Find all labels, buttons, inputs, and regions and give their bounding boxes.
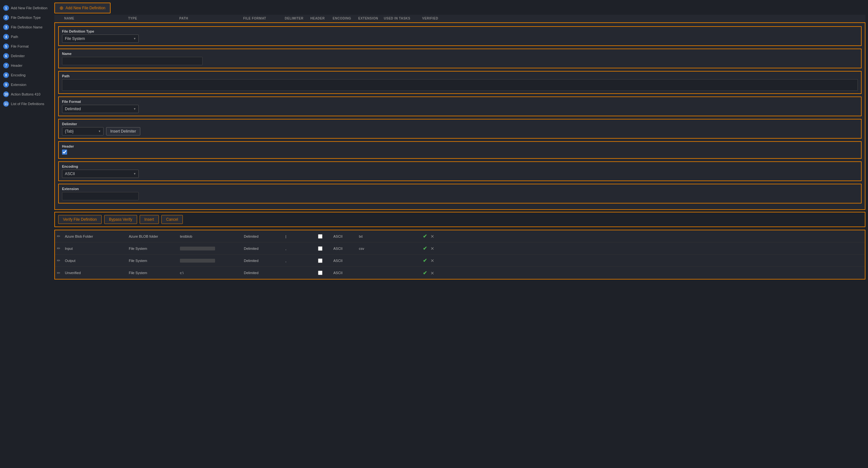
delimiter-select[interactable]: {Tab} , | ; xyxy=(62,127,103,135)
edit-icon[interactable]: ✏ xyxy=(57,271,60,275)
encoding-label: Encoding xyxy=(62,164,858,168)
encoding-select-wrapper: ASCII UTF-8 UTF-16 xyxy=(62,169,139,178)
header-cell xyxy=(309,257,332,264)
add-button-label: Add New File Definition xyxy=(65,6,105,10)
file-format-select[interactable]: Delimited Fixed Width xyxy=(62,105,139,113)
type-cell: File System xyxy=(127,270,178,276)
col-encoding: ENCODING xyxy=(331,16,356,21)
delimiter-section: Delimiter {Tab} , | ; Insert Delimiter xyxy=(58,119,862,138)
header-cell xyxy=(309,245,332,252)
sidebar-item-9: 9 Extension xyxy=(0,80,54,89)
file-format-label: File Format xyxy=(62,100,858,103)
verified-cell: ✔ ✕ xyxy=(421,269,446,277)
file-definition-type-select[interactable]: File System Azure BLOB folder xyxy=(62,34,139,43)
delete-row-button[interactable]: ✕ xyxy=(431,258,434,263)
delete-row-button[interactable]: ✕ xyxy=(431,271,434,276)
encoding-cell: ASCII xyxy=(332,233,357,240)
add-new-file-definition-button[interactable]: ⊕ Add New File Definition xyxy=(54,3,111,13)
bypass-verify-button[interactable]: Bypass Verify xyxy=(104,215,137,224)
encoding-cell: ASCII xyxy=(332,270,357,276)
delete-row-button[interactable]: ✕ xyxy=(431,234,434,239)
main-content: ⊕ Add New File Definition NAME TYPE PATH… xyxy=(54,0,868,468)
header-checkbox[interactable] xyxy=(62,150,67,155)
encoding-select[interactable]: ASCII UTF-8 UTF-16 xyxy=(62,169,139,178)
table-header: NAME TYPE PATH FILE FORMAT DELIMITER HEA… xyxy=(54,15,865,22)
plus-circle-icon: ⊕ xyxy=(59,5,64,11)
verified-cell: ✔ ✕ xyxy=(421,232,446,241)
edit-icon[interactable]: ✏ xyxy=(57,246,60,251)
insert-delimiter-button[interactable]: Insert Delimiter xyxy=(106,127,140,135)
file-format-cell: Delimited xyxy=(242,257,283,264)
file-format-cell: Delimited xyxy=(242,245,283,252)
sidebar-label-9: Extension xyxy=(11,83,26,87)
add-new-file-definition-row: ⊕ Add New File Definition xyxy=(54,3,865,13)
verified-cell: ✔ ✕ xyxy=(421,256,446,265)
sidebar-item-2: 2 File Definition Type xyxy=(0,13,54,22)
delete-row-button[interactable]: ✕ xyxy=(431,246,434,251)
sidebar-label-3: File Definition Name xyxy=(11,25,42,29)
used-in-tasks-cell xyxy=(382,247,421,250)
col-verified: VERIFIED xyxy=(420,16,446,21)
verify-file-definition-button[interactable]: Verify File Definition xyxy=(58,215,102,224)
path-value: c:\ xyxy=(180,271,184,275)
header-cell xyxy=(309,269,332,276)
sidebar: 1 Add New File Definition 2 File Definit… xyxy=(0,0,54,468)
sidebar-label-10: Action Buttons 410 xyxy=(11,92,40,96)
edit-cell: ✏ xyxy=(55,245,63,252)
name-cell: Azure Blob Folder xyxy=(63,233,127,240)
col-delimiter: DELIMITER xyxy=(283,16,308,21)
sidebar-badge-4: 4 xyxy=(3,34,9,40)
col-path: PATH xyxy=(177,16,241,21)
insert-button[interactable]: Insert xyxy=(140,215,159,224)
delimiter-label: Delimiter xyxy=(62,122,858,126)
col-edit xyxy=(54,16,62,21)
edit-icon[interactable]: ✏ xyxy=(57,258,60,263)
col-file-format: FILE FORMAT xyxy=(241,16,283,21)
extension-section: Extension xyxy=(58,184,862,204)
verified-checkmark-icon: ✔ xyxy=(423,258,427,263)
name-cell: Output xyxy=(63,257,127,264)
file-format-cell: Delimited xyxy=(242,233,283,240)
action-buttons-section: Verify File Definition Bypass Verify Ins… xyxy=(54,212,865,227)
delimiter-cell: , xyxy=(283,245,309,252)
name-input[interactable] xyxy=(62,57,203,65)
name-label: Name xyxy=(62,52,858,56)
cancel-button[interactable]: Cancel xyxy=(161,215,183,224)
sidebar-item-4: 4 Path xyxy=(0,32,54,41)
path-cell xyxy=(178,245,242,252)
blurred-path xyxy=(180,247,215,250)
name-cell: Input xyxy=(63,245,127,252)
sidebar-badge-2: 2 xyxy=(3,15,9,21)
path-section: Path xyxy=(58,71,862,94)
delimiter-cell xyxy=(283,272,309,274)
extension-input[interactable] xyxy=(62,192,139,200)
type-cell: Azure BLOB folder xyxy=(127,233,178,240)
header-checkbox-row[interactable] xyxy=(318,258,322,263)
sidebar-badge-6: 6 xyxy=(3,53,9,59)
name-cell: Unverified xyxy=(63,270,127,276)
path-label: Path xyxy=(62,74,858,78)
sidebar-item-3: 3 File Definition Name xyxy=(0,22,54,32)
extension-cell xyxy=(357,259,382,262)
header-checkbox-row[interactable] xyxy=(318,234,322,239)
encoding-section: Encoding ASCII UTF-8 UTF-16 xyxy=(58,161,862,181)
delimiter-select-wrapper: {Tab} , | ; xyxy=(62,127,103,135)
delimiter-row: {Tab} , | ; Insert Delimiter xyxy=(62,127,858,135)
edit-icon[interactable]: ✏ xyxy=(57,234,60,239)
table-row: ✏ Input File System Delimited , ASCII cs… xyxy=(55,243,865,255)
header-checkbox-row[interactable] xyxy=(318,271,322,275)
path-cell: c:\ xyxy=(178,270,242,276)
edit-cell: ✏ xyxy=(55,232,63,240)
sidebar-item-10: 10 Action Buttons 410 xyxy=(0,89,54,99)
blurred-path xyxy=(180,259,215,262)
sidebar-badge-11: 11 xyxy=(3,101,9,107)
edit-cell: ✏ xyxy=(55,269,63,277)
used-in-tasks-cell xyxy=(382,235,421,238)
path-input[interactable] xyxy=(62,79,858,91)
sidebar-label-2: File Definition Type xyxy=(11,15,40,20)
sidebar-label-8: Encoding xyxy=(11,73,26,77)
used-in-tasks-cell xyxy=(382,259,421,262)
header-checkbox-row[interactable] xyxy=(318,246,322,251)
file-format-section: File Format Delimited Fixed Width xyxy=(58,96,862,116)
sidebar-item-11: 11 List of File Definitions xyxy=(0,99,54,108)
